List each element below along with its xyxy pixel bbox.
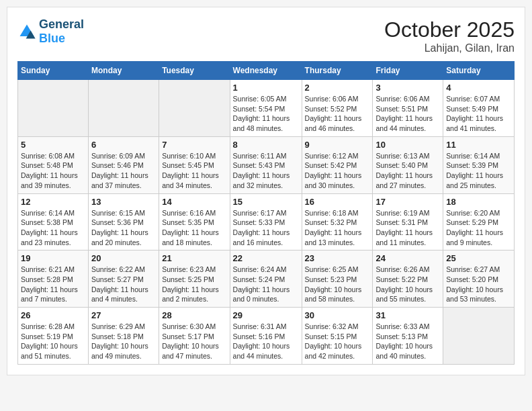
day-number: 26 xyxy=(21,310,85,320)
calendar-cell: 3Sunrise: 6:06 AM Sunset: 5:51 PM Daylig… xyxy=(373,80,443,137)
calendar-cell: 28Sunrise: 6:30 AM Sunset: 5:17 PM Dayli… xyxy=(159,308,230,365)
day-info: Sunrise: 6:31 AM Sunset: 5:16 PM Dayligh… xyxy=(233,322,299,361)
day-number: 6 xyxy=(91,140,156,150)
day-number: 24 xyxy=(375,253,440,263)
calendar-cell xyxy=(159,80,230,137)
calendar-cell: 12Sunrise: 6:14 AM Sunset: 5:38 PM Dayli… xyxy=(18,193,89,250)
calendar-cell: 19Sunrise: 6:21 AM Sunset: 5:28 PM Dayli… xyxy=(18,250,89,308)
weekday-header: Friday xyxy=(373,62,443,80)
day-info: Sunrise: 6:12 AM Sunset: 5:42 PM Dayligh… xyxy=(305,151,370,191)
calendar-cell: 29Sunrise: 6:31 AM Sunset: 5:16 PM Dayli… xyxy=(230,308,302,365)
day-info: Sunrise: 6:10 AM Sunset: 5:45 PM Dayligh… xyxy=(162,151,226,191)
day-info: Sunrise: 6:23 AM Sunset: 5:25 PM Dayligh… xyxy=(162,265,226,304)
weekday-header: Saturday xyxy=(443,62,515,80)
day-info: Sunrise: 6:13 AM Sunset: 5:40 PM Dayligh… xyxy=(375,151,440,191)
day-info: Sunrise: 6:19 AM Sunset: 5:31 PM Dayligh… xyxy=(375,208,440,248)
day-info: Sunrise: 6:06 AM Sunset: 5:52 PM Dayligh… xyxy=(305,94,370,134)
day-number: 4 xyxy=(446,83,511,93)
day-number: 22 xyxy=(233,253,299,263)
day-number: 1 xyxy=(233,83,299,93)
day-number: 27 xyxy=(91,310,156,320)
calendar-cell: 17Sunrise: 6:19 AM Sunset: 5:31 PM Dayli… xyxy=(373,193,443,250)
day-info: Sunrise: 6:25 AM Sunset: 5:23 PM Dayligh… xyxy=(305,265,370,304)
calendar-week-row: 19Sunrise: 6:21 AM Sunset: 5:28 PM Dayli… xyxy=(18,250,515,308)
calendar-cell: 25Sunrise: 6:27 AM Sunset: 5:20 PM Dayli… xyxy=(443,250,515,308)
day-info: Sunrise: 6:30 AM Sunset: 5:17 PM Dayligh… xyxy=(162,322,226,361)
calendar-week-row: 26Sunrise: 6:28 AM Sunset: 5:19 PM Dayli… xyxy=(18,308,515,365)
calendar-cell: 23Sunrise: 6:25 AM Sunset: 5:23 PM Dayli… xyxy=(302,250,373,308)
calendar-cell: 10Sunrise: 6:13 AM Sunset: 5:40 PM Dayli… xyxy=(373,136,443,193)
calendar-cell xyxy=(443,308,515,365)
weekday-header: Tuesday xyxy=(159,62,230,80)
calendar-week-row: 1Sunrise: 6:05 AM Sunset: 5:54 PM Daylig… xyxy=(18,80,515,137)
day-info: Sunrise: 6:22 AM Sunset: 5:27 PM Dayligh… xyxy=(91,265,156,304)
day-number: 11 xyxy=(446,140,511,150)
logo-icon xyxy=(17,22,36,41)
day-info: Sunrise: 6:17 AM Sunset: 5:33 PM Dayligh… xyxy=(233,208,299,248)
day-number: 21 xyxy=(162,253,226,263)
calendar-cell: 27Sunrise: 6:29 AM Sunset: 5:18 PM Dayli… xyxy=(89,308,159,365)
day-number: 30 xyxy=(305,310,370,320)
calendar-cell: 2Sunrise: 6:06 AM Sunset: 5:52 PM Daylig… xyxy=(302,80,373,137)
day-number: 5 xyxy=(21,140,85,150)
weekday-header: Thursday xyxy=(302,62,373,80)
calendar-cell: 26Sunrise: 6:28 AM Sunset: 5:19 PM Dayli… xyxy=(18,308,89,365)
day-info: Sunrise: 6:05 AM Sunset: 5:54 PM Dayligh… xyxy=(233,94,299,134)
calendar-cell: 6Sunrise: 6:09 AM Sunset: 5:46 PM Daylig… xyxy=(89,136,159,193)
calendar-page: General Blue October 2025 Lahijan, Gilan… xyxy=(7,7,525,375)
month-title: October 2025 xyxy=(384,17,515,42)
calendar-cell: 20Sunrise: 6:22 AM Sunset: 5:27 PM Dayli… xyxy=(89,250,159,308)
day-info: Sunrise: 6:09 AM Sunset: 5:46 PM Dayligh… xyxy=(91,151,156,191)
calendar-cell: 9Sunrise: 6:12 AM Sunset: 5:42 PM Daylig… xyxy=(302,136,373,193)
calendar-cell: 4Sunrise: 6:07 AM Sunset: 5:49 PM Daylig… xyxy=(443,80,515,137)
day-number: 14 xyxy=(162,197,226,207)
day-number: 7 xyxy=(162,140,226,150)
day-info: Sunrise: 6:11 AM Sunset: 5:43 PM Dayligh… xyxy=(233,151,299,191)
day-number: 20 xyxy=(91,253,156,263)
day-number: 31 xyxy=(375,310,440,320)
day-info: Sunrise: 6:18 AM Sunset: 5:32 PM Dayligh… xyxy=(305,208,370,248)
calendar-cell: 18Sunrise: 6:20 AM Sunset: 5:29 PM Dayli… xyxy=(443,193,515,250)
calendar-week-row: 5Sunrise: 6:08 AM Sunset: 5:48 PM Daylig… xyxy=(18,136,515,193)
weekday-header-row: SundayMondayTuesdayWednesdayThursdayFrid… xyxy=(18,62,515,80)
day-info: Sunrise: 6:27 AM Sunset: 5:20 PM Dayligh… xyxy=(446,265,511,304)
day-info: Sunrise: 6:08 AM Sunset: 5:48 PM Dayligh… xyxy=(21,151,85,191)
calendar-cell: 11Sunrise: 6:14 AM Sunset: 5:39 PM Dayli… xyxy=(443,136,515,193)
calendar-cell: 8Sunrise: 6:11 AM Sunset: 5:43 PM Daylig… xyxy=(230,136,302,193)
calendar-cell xyxy=(89,80,159,137)
day-info: Sunrise: 6:06 AM Sunset: 5:51 PM Dayligh… xyxy=(375,94,440,134)
logo: General Blue xyxy=(17,17,84,46)
calendar-cell: 1Sunrise: 6:05 AM Sunset: 5:54 PM Daylig… xyxy=(230,80,302,137)
day-number: 9 xyxy=(305,140,370,150)
calendar-cell xyxy=(18,80,89,137)
calendar-cell: 13Sunrise: 6:15 AM Sunset: 5:36 PM Dayli… xyxy=(89,193,159,250)
day-number: 17 xyxy=(375,197,440,207)
calendar-table: SundayMondayTuesdayWednesdayThursdayFrid… xyxy=(17,61,515,365)
weekday-header: Monday xyxy=(89,62,159,80)
calendar-cell: 24Sunrise: 6:26 AM Sunset: 5:22 PM Dayli… xyxy=(373,250,443,308)
calendar-cell: 15Sunrise: 6:17 AM Sunset: 5:33 PM Dayli… xyxy=(230,193,302,250)
day-info: Sunrise: 6:32 AM Sunset: 5:15 PM Dayligh… xyxy=(305,322,370,361)
day-info: Sunrise: 6:26 AM Sunset: 5:22 PM Dayligh… xyxy=(375,265,440,304)
location: Lahijan, Gilan, Iran xyxy=(384,42,515,54)
day-info: Sunrise: 6:15 AM Sunset: 5:36 PM Dayligh… xyxy=(91,208,156,248)
day-number: 8 xyxy=(233,140,299,150)
day-info: Sunrise: 6:16 AM Sunset: 5:35 PM Dayligh… xyxy=(162,208,226,248)
calendar-cell: 5Sunrise: 6:08 AM Sunset: 5:48 PM Daylig… xyxy=(18,136,89,193)
weekday-header: Sunday xyxy=(18,62,89,80)
day-number: 28 xyxy=(162,310,226,320)
header: General Blue October 2025 Lahijan, Gilan… xyxy=(17,17,515,54)
day-info: Sunrise: 6:20 AM Sunset: 5:29 PM Dayligh… xyxy=(446,208,511,248)
day-number: 18 xyxy=(446,197,511,207)
calendar-cell: 14Sunrise: 6:16 AM Sunset: 5:35 PM Dayli… xyxy=(159,193,230,250)
day-info: Sunrise: 6:24 AM Sunset: 5:24 PM Dayligh… xyxy=(233,265,299,304)
calendar-cell: 21Sunrise: 6:23 AM Sunset: 5:25 PM Dayli… xyxy=(159,250,230,308)
calendar-cell: 22Sunrise: 6:24 AM Sunset: 5:24 PM Dayli… xyxy=(230,250,302,308)
day-number: 13 xyxy=(91,197,156,207)
day-number: 23 xyxy=(305,253,370,263)
day-number: 12 xyxy=(21,197,85,207)
day-info: Sunrise: 6:07 AM Sunset: 5:49 PM Dayligh… xyxy=(446,94,511,134)
day-number: 29 xyxy=(233,310,299,320)
weekday-header: Wednesday xyxy=(230,62,302,80)
day-number: 25 xyxy=(446,253,511,263)
